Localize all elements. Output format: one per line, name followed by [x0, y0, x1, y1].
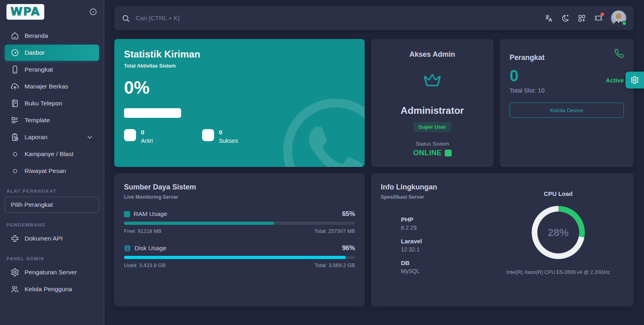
brand-logo-text: WPA [10, 5, 40, 18]
cpu-load-percent: 28% [548, 226, 569, 239]
sidebar-item-buku-telepon[interactable]: Buku Telepon [5, 95, 99, 111]
user-avatar[interactable] [611, 10, 626, 26]
ram-progress-track [124, 222, 355, 225]
sidebar-item-label: Kelola Pengguna [25, 286, 72, 293]
card-sumber-daya: Sumber Daya Sistem Live Monitoring Serve… [114, 173, 365, 306]
spec-laravel: Laravel 12.32.1 [401, 238, 493, 253]
disk-progress-track [124, 256, 355, 259]
card-subtitle: Total Aktivitas Sistem [124, 63, 355, 69]
cpu-load-donut: 28% [532, 206, 585, 259]
disk-percent: 96% [342, 245, 355, 252]
moon-icon[interactable] [561, 14, 570, 23]
search-bar [122, 14, 545, 23]
spec-name: Laravel [401, 238, 493, 245]
spec-name: DB [401, 259, 493, 266]
sidebar-item-perangkat[interactable]: Perangkat [5, 62, 99, 78]
chevron-down-icon [86, 134, 93, 141]
spec-db: DB MySQL [401, 259, 493, 274]
ram-usage-block: RAM Usage 65% Free: 91218 MB Total: 2573… [124, 210, 355, 234]
search-icon[interactable] [122, 14, 130, 23]
cpu-model-caption: Intel(R) Xeon(R) CPU E5-2699 v4 @ 2.20GH… [506, 269, 610, 275]
disk-progress-fill [124, 256, 346, 259]
sidebar-item-label: Manajer Berkas [25, 83, 68, 90]
ram-percent: 65% [342, 210, 355, 218]
section-panel-admin: PANEL ADMIN [6, 256, 97, 261]
dashboard-grid: Statistik Kiriman Total Aktivitas Sistem… [114, 39, 634, 306]
sidebar-item-kelola-pengguna[interactable]: Kelola Pengguna [5, 281, 99, 297]
sidebar-item-label: Template [25, 117, 50, 124]
spec-name: PHP [401, 216, 493, 223]
super-user-badge: Super User [413, 122, 451, 132]
apps-grid-icon[interactable] [578, 14, 586, 23]
brand-logo[interactable]: WPA [6, 4, 44, 20]
sidebar-header: WPA [0, 0, 104, 25]
online-text: ONLINE [413, 149, 442, 157]
ram-legend-square [124, 211, 130, 217]
card-subtitle: Live Monitoring Server [124, 194, 355, 200]
gear-icon [10, 268, 19, 277]
online-status-dot [622, 21, 627, 26]
ram-label: RAM Usage [134, 210, 167, 218]
ram-total: Total: 257307 MB [314, 228, 355, 234]
section-pengembang: PENGEMBANG [6, 222, 97, 227]
card-statistik-kiriman: Statistik Kiriman Total Aktivitas Sistem… [114, 39, 365, 167]
notification-badge [601, 12, 604, 16]
sidebar-item-dasbor[interactable]: Dasbor [5, 45, 99, 61]
users-icon [10, 285, 19, 294]
api-icon [10, 234, 19, 243]
smartphone-icon [10, 65, 19, 74]
sidebar-item-laporan[interactable]: Laporan [5, 129, 99, 145]
card-title: Statistik Kiriman [124, 49, 355, 60]
section-alat-perangkat: ALAT PERANGKAT [6, 189, 97, 193]
cloud-upload-icon [10, 82, 19, 91]
gear-icon [630, 76, 639, 84]
spec-value: MySQL [401, 268, 493, 274]
sidebar-item-label: Beranda [25, 32, 48, 39]
card-akses-admin: Akses Admin Administrator Super User Sta… [371, 39, 493, 167]
admin-role: Administrator [381, 105, 484, 116]
crown-icon [423, 72, 442, 91]
topbar-icons [545, 10, 626, 26]
app-root: WPA Beranda Dasbor Perangkat Manajer Ber… [0, 0, 644, 325]
sidebar-item-label: Kampanye / Blast [25, 150, 73, 158]
sidebar-item-label: Perangkat [25, 66, 53, 73]
card-title: Info Lingkungan [381, 183, 493, 191]
search-input[interactable] [136, 14, 297, 22]
sidebar-item-beranda[interactable]: Beranda [5, 28, 99, 44]
license-ticket-icon[interactable] [594, 14, 603, 23]
active-label: Active [606, 77, 624, 84]
stat-label: Sukses [219, 138, 238, 144]
sidebar-item-kampanye-blast[interactable]: Kampanye / Blast [5, 146, 99, 162]
spec-php: PHP 8.2.29 [401, 216, 493, 231]
ram-free: Free: 91218 MB [124, 228, 161, 234]
statistik-percent: 0% [124, 78, 355, 98]
sidebar-item-label: Pengaturan Server [25, 269, 77, 276]
sidebar-item-riwayat-pesan[interactable]: Riwayat Pesan [5, 163, 99, 179]
stat-value: 0 [141, 129, 153, 136]
sidebar-collapse-icon[interactable] [89, 8, 97, 16]
total-slot: Total Slot: 10 [510, 87, 624, 94]
topbar [114, 6, 634, 30]
online-indicator [445, 150, 452, 156]
spec-value: 12.32.1 [401, 246, 493, 253]
whatsapp-icon [283, 99, 365, 167]
sidebar-item-manajer-berkas[interactable]: Manajer Berkas [5, 78, 99, 95]
stat-sukses: 0 Sukses [202, 129, 238, 144]
spec-value: 8.2.29 [401, 224, 493, 231]
ram-progress-fill [124, 222, 274, 225]
device-select[interactable]: Pilih Perangkat [5, 197, 99, 213]
sidebar-item-dokumen-api[interactable]: Dokumen API [5, 230, 99, 247]
template-icon [10, 116, 19, 125]
sidebar-item-label: Dasbor [25, 49, 45, 56]
sidebar-item-template[interactable]: Template [5, 112, 99, 128]
sidebar-menu: Beranda Dasbor Perangkat Manajer Berkas … [0, 25, 104, 298]
disk-total: Total: 3,569.2 GB [315, 262, 355, 268]
sidebar: WPA Beranda Dasbor Perangkat Manajer Ber… [0, 0, 104, 325]
card-title: Perangkat [510, 53, 545, 62]
customizer-gear-button[interactable] [625, 72, 644, 88]
stat-label: Antri [141, 138, 153, 144]
language-icon[interactable] [545, 14, 553, 23]
kelola-device-button[interactable]: Kelola Device [510, 103, 624, 118]
circle-bullet-icon [10, 167, 19, 175]
sidebar-item-pengaturan-server[interactable]: Pengaturan Server [5, 264, 99, 280]
